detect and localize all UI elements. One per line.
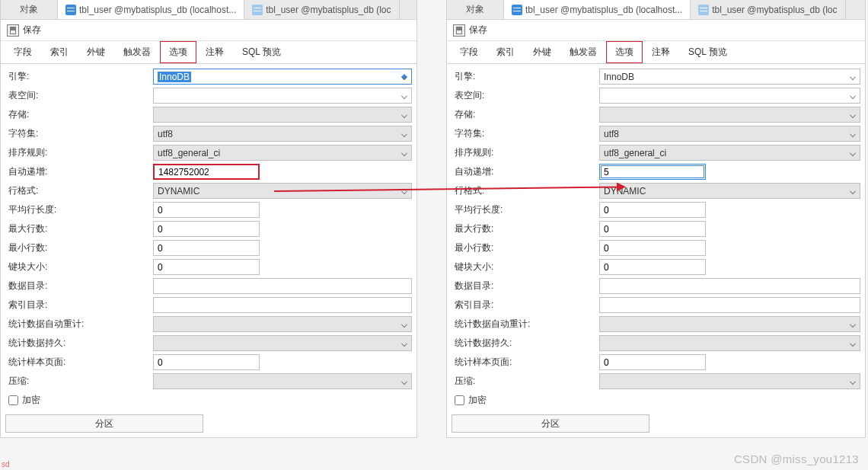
maxrows-input[interactable] — [599, 221, 706, 237]
chevron-down-icon — [401, 112, 407, 118]
rowformat-select[interactable]: DYNAMIC — [599, 183, 860, 199]
chevron-down-icon — [850, 188, 856, 194]
label-avgrowlen: 平均行长度: — [5, 201, 150, 219]
statspersist-select[interactable] — [599, 335, 860, 351]
charset-select[interactable]: utf8 — [599, 126, 860, 142]
minrows-input[interactable] — [599, 240, 706, 256]
subtab-options[interactable]: 选项 — [606, 41, 643, 63]
partition-button[interactable]: 分区 — [5, 414, 203, 433]
label-indexdir: 索引目录: — [452, 296, 596, 314]
autoinc-input[interactable] — [599, 164, 706, 180]
tab-active[interactable]: tbl_user @mybatisplus_db (localhost... — [58, 0, 244, 19]
avgrowlen-input[interactable] — [599, 202, 706, 218]
encrypt-label: 加密 — [468, 394, 487, 407]
charset-select[interactable]: utf8 — [153, 126, 412, 142]
tablespace-select[interactable] — [153, 88, 412, 104]
subtab-comments[interactable]: 注释 — [643, 41, 679, 63]
chevron-down-icon — [401, 150, 407, 156]
table-icon — [65, 5, 76, 15]
tab-objects[interactable]: 对象 — [447, 0, 504, 19]
label-tablespace: 表空间: — [5, 87, 150, 104]
keyblock-input[interactable] — [599, 259, 706, 275]
chevron-down-icon — [401, 321, 407, 328]
storage-select[interactable] — [153, 107, 412, 123]
label-maxrows: 最大行数: — [5, 220, 150, 238]
subtab-sql[interactable]: SQL 预览 — [679, 41, 736, 63]
datadir-input[interactable] — [599, 278, 860, 294]
save-icon — [7, 24, 19, 37]
save-icon — [453, 24, 465, 37]
engine-select[interactable]: InnoDB — [153, 69, 412, 85]
label-indexdir: 索引目录: — [5, 296, 150, 314]
subtabs: 字段 索引 外键 触发器 选项 注释 SQL 预览 — [447, 41, 865, 64]
watermark: CSDN @miss_you1213 — [734, 452, 859, 465]
chevron-down-icon — [401, 74, 407, 80]
chevron-down-icon — [401, 379, 407, 385]
label-rowformat: 行格式: — [5, 182, 150, 200]
compress-select[interactable] — [599, 373, 860, 389]
statsauto-select[interactable] — [599, 316, 860, 332]
chevron-down-icon — [850, 341, 856, 347]
label-collation: 排序规则: — [452, 144, 596, 161]
save-button[interactable]: 保存 — [23, 24, 41, 37]
panel-right: 对象 tbl_user @mybatisplus_db (localhost..… — [446, 0, 866, 438]
chevron-down-icon — [850, 379, 856, 385]
chevron-down-icon — [850, 131, 856, 137]
maxrows-input[interactable] — [153, 221, 260, 237]
partition-button[interactable]: 分区 — [452, 414, 649, 433]
subtab-fields[interactable]: 字段 — [451, 41, 487, 63]
panel-left: 对象 tbl_user @mybatisplus_db (localhost..… — [0, 0, 417, 438]
label-collation: 排序规则: — [5, 144, 150, 161]
subtab-fields[interactable]: 字段 — [5, 41, 41, 63]
tab-inactive[interactable]: tbl_user @mybatisplus_db (loc — [691, 0, 845, 19]
label-compress: 压缩: — [452, 372, 596, 390]
label-storage: 存储: — [452, 106, 596, 123]
label-statsauto: 统计数据自动重计: — [5, 315, 150, 333]
statsauto-select[interactable] — [153, 316, 412, 332]
encrypt-checkbox[interactable] — [455, 395, 464, 405]
tab-objects[interactable]: 对象 — [1, 0, 58, 19]
subtab-fk[interactable]: 外键 — [78, 41, 114, 63]
label-keyblock: 键块大小: — [5, 258, 150, 276]
minrows-input[interactable] — [153, 240, 260, 256]
subtab-indexes[interactable]: 索引 — [487, 41, 524, 63]
subtab-options[interactable]: 选项 — [160, 41, 196, 63]
avgrowlen-input[interactable] — [153, 202, 260, 218]
save-button[interactable]: 保存 — [469, 24, 487, 37]
compress-select[interactable] — [153, 373, 412, 389]
collation-select[interactable]: utf8_general_ci — [599, 145, 860, 161]
tabstrip: 对象 tbl_user @mybatisplus_db (localhost..… — [447, 0, 865, 20]
subtab-sql[interactable]: SQL 预览 — [233, 41, 290, 63]
encrypt-checkbox[interactable] — [8, 395, 18, 405]
chevron-down-icon — [401, 93, 407, 99]
label-engine: 引擎: — [452, 68, 596, 85]
table-icon — [252, 5, 263, 15]
subtab-indexes[interactable]: 索引 — [41, 41, 78, 63]
toolbar: 保存 — [447, 20, 865, 41]
chevron-down-icon — [850, 74, 856, 80]
statssample-input[interactable] — [599, 354, 706, 370]
tab-inactive[interactable]: tbl_user @mybatisplus_db (loc — [244, 0, 399, 19]
label-autoinc: 自动递增: — [5, 163, 150, 181]
indexdir-input[interactable] — [599, 297, 860, 313]
storage-select[interactable] — [599, 107, 860, 123]
keyblock-input[interactable] — [153, 259, 260, 275]
statspersist-select[interactable] — [153, 335, 412, 351]
engine-select[interactable]: InnoDB — [599, 69, 860, 85]
tabstrip: 对象 tbl_user @mybatisplus_db (localhost..… — [1, 0, 416, 20]
statssample-input[interactable] — [153, 354, 260, 370]
subtab-fk[interactable]: 外键 — [524, 41, 560, 63]
tablespace-select[interactable] — [599, 88, 860, 104]
label-statspersist: 统计数据持久: — [452, 334, 596, 352]
label-autoinc: 自动递增: — [452, 163, 596, 181]
subtab-comments[interactable]: 注释 — [196, 41, 233, 63]
subtab-triggers[interactable]: 触发器 — [114, 41, 160, 63]
label-datadir: 数据目录: — [452, 277, 596, 295]
collation-select[interactable]: utf8_general_ci — [153, 145, 412, 161]
datadir-input[interactable] — [153, 278, 412, 294]
subtab-triggers[interactable]: 触发器 — [560, 41, 606, 63]
indexdir-input[interactable] — [153, 297, 412, 313]
chevron-down-icon — [850, 93, 856, 99]
autoinc-input[interactable] — [153, 164, 260, 180]
tab-active[interactable]: tbl_user @mybatisplus_db (localhost... — [504, 0, 691, 19]
